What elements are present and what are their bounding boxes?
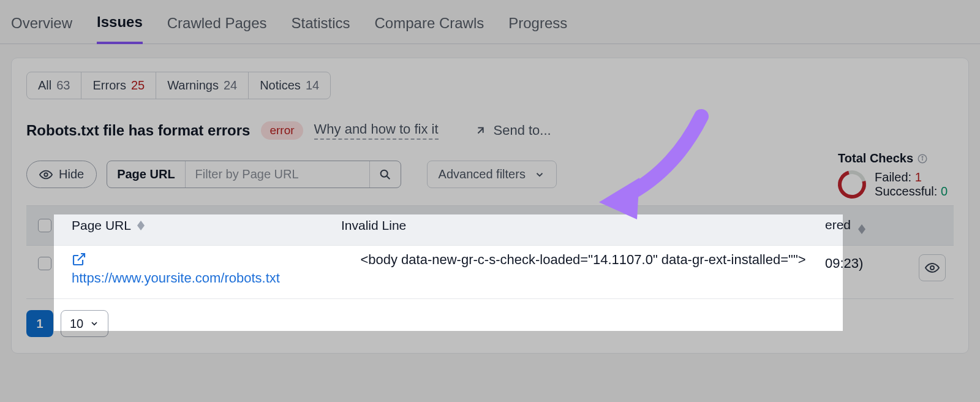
chevron-down-icon — [534, 169, 545, 180]
tab-progress[interactable]: Progress — [508, 15, 567, 43]
results-table: Page URL Invalid Line ered — [26, 205, 954, 299]
issue-title: Robots.txt file has format errors — [26, 122, 250, 139]
row-invalid-line: <body data-new-gr-c-s-check-loaded="14.1… — [341, 252, 825, 268]
issue-type-filters: All 63 Errors 25 Warnings 24 Notices 14 — [26, 72, 331, 99]
issues-panel: All 63 Errors 25 Warnings 24 Notices 14 … — [11, 58, 969, 354]
pill-warnings-label: Warnings — [167, 78, 219, 93]
row-checkbox[interactable] — [38, 257, 51, 270]
pagination: 1 10 — [26, 310, 954, 337]
page-url-filter-search[interactable] — [369, 161, 401, 188]
eye-icon — [925, 260, 940, 275]
tab-compare-crawls[interactable]: Compare Crawls — [375, 15, 484, 43]
page-url-filter-label[interactable]: Page URL — [107, 161, 185, 188]
pill-all-count: 63 — [56, 78, 70, 93]
tab-statistics[interactable]: Statistics — [292, 15, 350, 43]
svg-marker-7 — [137, 226, 145, 230]
successful-line: Successful: 0 — [875, 184, 948, 199]
checks-ring-icon — [833, 165, 872, 204]
svg-marker-6 — [137, 221, 145, 226]
info-icon[interactable] — [917, 153, 928, 164]
tab-crawled-pages[interactable]: Crawled Pages — [167, 15, 267, 43]
pill-all[interactable]: All 63 — [27, 72, 81, 99]
pill-warnings[interactable]: Warnings 24 — [156, 72, 249, 99]
page-size-value: 10 — [70, 317, 83, 331]
pill-all-label: All — [38, 78, 51, 93]
page-url-filter: Page URL — [107, 161, 401, 188]
failed-line: Failed: 1 — [875, 170, 948, 184]
sort-icon — [137, 221, 145, 230]
send-to-button[interactable]: Send to... — [474, 123, 551, 138]
search-icon — [379, 168, 392, 181]
svg-point-4 — [380, 170, 387, 176]
total-checks-title: Total Checks — [838, 151, 913, 165]
page-size-select[interactable]: 10 — [61, 310, 108, 337]
external-link-icon[interactable] — [72, 252, 280, 267]
page-current[interactable]: 1 — [26, 310, 53, 337]
page-url-filter-input[interactable] — [186, 161, 369, 188]
row-view-button[interactable] — [919, 254, 946, 281]
pill-errors-label: Errors — [92, 78, 126, 93]
advanced-filters-label: Advanced filters — [439, 167, 526, 181]
hide-button[interactable]: Hide — [26, 161, 97, 188]
svg-point-2 — [922, 156, 923, 157]
share-arrow-icon — [474, 124, 488, 137]
tab-issues[interactable]: Issues — [97, 13, 143, 44]
svg-marker-8 — [858, 224, 865, 229]
col-header-page-url[interactable]: Page URL — [63, 218, 333, 233]
svg-line-5 — [386, 176, 390, 179]
successful-value: 0 — [941, 184, 948, 198]
row-time-fragment: 09:23) — [825, 256, 863, 271]
send-to-label: Send to... — [494, 123, 551, 138]
eye-icon — [39, 168, 53, 181]
select-all-checkbox[interactable] — [38, 219, 51, 232]
sort-icon — [858, 224, 865, 234]
col-header-discovered[interactable]: ered — [825, 218, 911, 234]
table-header-row: Page URL Invalid Line ered — [26, 205, 954, 246]
pill-notices[interactable]: Notices 14 — [249, 72, 330, 99]
total-checks-panel: Total Checks Failed: 1 Successful: 0 — [838, 151, 948, 199]
chevron-down-icon — [89, 319, 99, 328]
why-how-link[interactable]: Why and how to fix it — [314, 121, 439, 140]
advanced-filters-button[interactable]: Advanced filters — [427, 161, 557, 188]
pill-notices-count: 14 — [306, 78, 319, 93]
pill-errors[interactable]: Errors 25 — [81, 72, 156, 99]
issue-header: Robots.txt file has format errors error … — [26, 121, 954, 140]
pill-errors-count: 25 — [131, 78, 145, 93]
svg-marker-9 — [858, 229, 865, 234]
table-row: https://www.yoursite.com/robots.txt <bod… — [26, 246, 954, 299]
row-page-url-link[interactable]: https://www.yoursite.com/robots.txt — [72, 270, 280, 286]
pill-warnings-count: 24 — [224, 78, 237, 93]
tab-overview[interactable]: Overview — [11, 15, 72, 43]
issue-severity-badge: error — [261, 121, 303, 140]
svg-point-10 — [930, 266, 934, 270]
col-header-invalid-line[interactable]: Invalid Line — [333, 218, 825, 233]
filter-bar: Hide Page URL Advanced filters — [26, 161, 954, 188]
svg-point-3 — [44, 173, 48, 176]
hide-label: Hide — [59, 167, 84, 181]
failed-value: 1 — [915, 170, 922, 184]
pill-notices-label: Notices — [260, 78, 301, 93]
